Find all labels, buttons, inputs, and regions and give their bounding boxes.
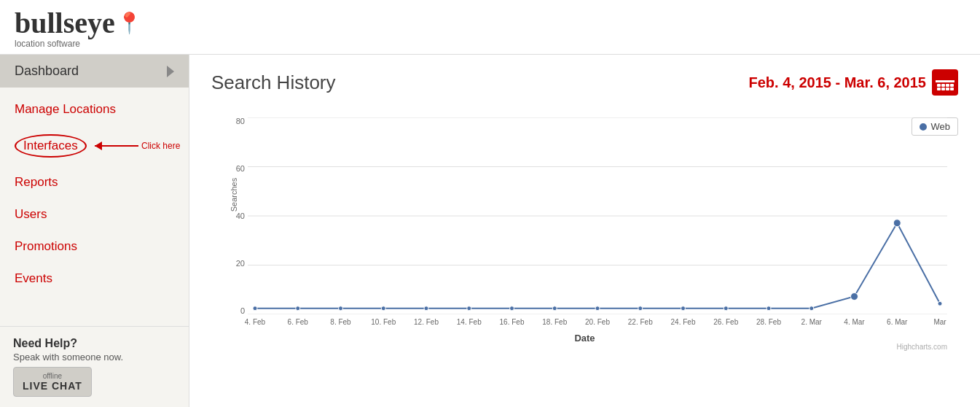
x-axis-label-item: 6. Feb: [288, 318, 308, 326]
calendar-icon[interactable]: [932, 69, 958, 96]
x-axis-label-item: 12. Feb: [414, 318, 439, 326]
y-axis-tick-label: 0: [240, 306, 248, 315]
x-axis-label: Date: [574, 333, 595, 344]
svg-point-26: [938, 301, 942, 306]
help-box: Need Help? Speak with someone now. offli…: [0, 326, 189, 407]
svg-point-17: [552, 306, 557, 311]
sidebar-item-users[interactable]: Users: [0, 198, 189, 230]
x-axis-label-item: 20. Feb: [585, 318, 610, 326]
events-label: Events: [15, 271, 52, 286]
manage-locations-label: Manage Locations: [15, 102, 116, 117]
page-title: Search History: [211, 71, 336, 94]
content-area: Search History Feb. 4, 2015 - Mar. 6, 20…: [189, 55, 980, 407]
help-subtitle: Speak with someone now.: [13, 352, 176, 363]
sidebar-item-events[interactable]: Events: [0, 263, 189, 295]
logo-text: bullseye: [15, 6, 115, 40]
dashboard-arrow-icon: [167, 66, 174, 77]
x-axis-label-item: 8. Feb: [330, 318, 350, 326]
dashboard-label: Dashboard: [15, 63, 79, 79]
x-axis-label-item: Mar: [933, 318, 946, 326]
logo-subtitle: location software: [15, 39, 142, 49]
sidebar-item-promotions[interactable]: Promotions: [0, 230, 189, 263]
x-axis-label-item: 22. Feb: [628, 318, 653, 326]
line-chart-svg: [248, 117, 947, 314]
svg-point-13: [381, 306, 385, 311]
sidebar-item-interfaces[interactable]: Interfaces Click here: [0, 125, 189, 166]
x-axis-label-item: 6. Mar: [887, 318, 907, 326]
x-axis-label-item: 2. Mar: [801, 318, 822, 326]
offline-label: offline: [23, 372, 82, 380]
date-range: Feb. 4, 2015 - Mar. 6, 2015: [749, 69, 958, 96]
y-axis-tick-label: 20: [236, 259, 248, 268]
highcharts-credit: Highcharts.com: [897, 343, 947, 351]
dashboard-item[interactable]: Dashboard: [0, 55, 189, 88]
sidebar-nav: Manage Locations Interfaces Click here R…: [0, 88, 189, 326]
x-axis-label-item: 16. Feb: [500, 318, 525, 326]
main-layout: Dashboard Manage Locations Interfaces Cl…: [0, 55, 980, 407]
chart-container: Searches Web 80 60: [211, 110, 958, 351]
svg-point-10: [253, 306, 257, 311]
svg-point-19: [638, 306, 643, 311]
svg-point-24: [851, 293, 858, 301]
reports-label: Reports: [15, 175, 58, 190]
svg-point-18: [595, 306, 600, 311]
y-axis-tick-label: 40: [236, 212, 248, 220]
help-title: Need Help?: [13, 337, 176, 350]
click-here-annotation: Click here: [95, 141, 180, 151]
svg-point-11: [296, 306, 300, 311]
x-axis-label-item: 24. Feb: [671, 318, 696, 326]
logo: bullseye 📍 location software: [15, 6, 142, 49]
svg-point-23: [810, 306, 814, 311]
sidebar: Dashboard Manage Locations Interfaces Cl…: [0, 55, 189, 407]
y-axis-tick-label: 60: [236, 164, 248, 173]
x-axis-label-item: 4. Feb: [245, 318, 265, 326]
svg-point-20: [681, 306, 686, 311]
x-axis-label-item: 28. Feb: [756, 318, 781, 326]
sidebar-item-reports[interactable]: Reports: [0, 166, 189, 198]
content-header: Search History Feb. 4, 2015 - Mar. 6, 20…: [211, 69, 958, 96]
y-axis-label: Searches: [230, 178, 238, 212]
date-range-text: Feb. 4, 2015 - Mar. 6, 2015: [749, 74, 926, 91]
svg-point-21: [724, 306, 728, 311]
logo-pin-icon: 📍: [117, 11, 142, 35]
chart-plot-area: 80 60 40 20 0: [248, 117, 947, 314]
svg-point-12: [339, 306, 343, 311]
svg-point-15: [467, 306, 471, 311]
x-axis-label-item: 26. Feb: [713, 318, 738, 326]
x-axis-label-item: 4. Mar: [844, 318, 864, 326]
svg-point-25: [893, 220, 901, 227]
live-chat-button[interactable]: offline LIVE CHAT: [13, 367, 92, 397]
click-here-text: Click here: [141, 141, 180, 151]
header: bullseye 📍 location software: [0, 0, 980, 55]
users-label: Users: [15, 207, 47, 222]
x-axis-labels: 4. Feb6. Feb8. Feb10. Feb12. Feb14. Feb1…: [248, 318, 947, 340]
svg-point-16: [510, 306, 514, 311]
svg-point-14: [424, 306, 428, 311]
promotions-label: Promotions: [15, 239, 77, 254]
x-axis-label-item: 18. Feb: [542, 318, 567, 326]
y-axis-tick-label: 80: [236, 117, 248, 125]
click-here-arrow-icon: [95, 145, 138, 147]
sidebar-item-manage-locations[interactable]: Manage Locations: [0, 93, 189, 125]
live-chat-label: LIVE CHAT: [23, 380, 82, 392]
interfaces-label: Interfaces: [15, 134, 87, 158]
x-axis-label-item: 14. Feb: [457, 318, 482, 326]
svg-point-22: [767, 306, 771, 311]
x-axis-label-item: 10. Feb: [371, 318, 396, 326]
